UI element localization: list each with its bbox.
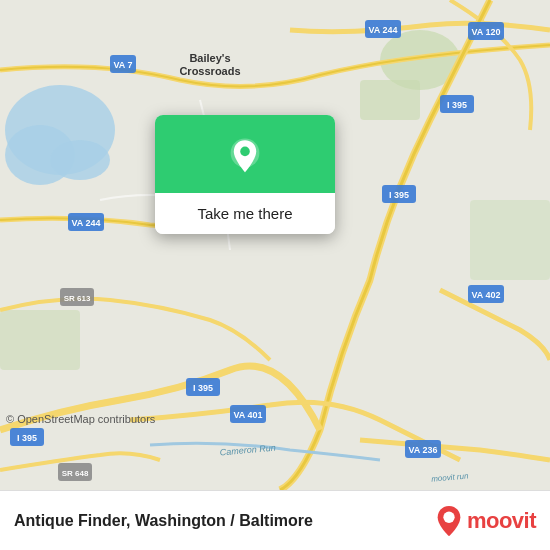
svg-text:I 395: I 395 <box>447 100 467 110</box>
svg-text:VA 120: VA 120 <box>471 27 500 37</box>
svg-text:VA 236: VA 236 <box>408 445 437 455</box>
svg-text:I 395: I 395 <box>389 190 409 200</box>
svg-text:Bailey's: Bailey's <box>189 52 230 64</box>
svg-point-3 <box>50 140 110 180</box>
svg-rect-7 <box>470 200 550 280</box>
svg-rect-5 <box>360 80 420 120</box>
popup-card: Take me there <box>155 115 335 234</box>
svg-text:VA 402: VA 402 <box>471 290 500 300</box>
app-title: Antique Finder, Washington / Baltimore <box>14 512 425 530</box>
svg-text:SR 648: SR 648 <box>62 469 89 478</box>
svg-text:I 395: I 395 <box>193 383 213 393</box>
moovit-pin-icon <box>435 504 463 538</box>
svg-text:SR 613: SR 613 <box>64 294 91 303</box>
svg-rect-6 <box>0 310 80 370</box>
map-container: VA 7 VA 244 VA 244 VA 120 I 395 I 395 I … <box>0 0 550 490</box>
svg-point-40 <box>240 147 250 157</box>
svg-text:VA 7: VA 7 <box>113 60 132 70</box>
copyright-text: © OpenStreetMap contributors <box>6 413 155 425</box>
svg-text:Crossroads: Crossroads <box>179 65 240 77</box>
popup-green-area <box>155 115 335 193</box>
svg-text:VA 244: VA 244 <box>368 25 397 35</box>
svg-point-41 <box>443 511 454 522</box>
popup-button-area[interactable]: Take me there <box>155 193 335 234</box>
bottom-bar: Antique Finder, Washington / Baltimore m… <box>0 490 550 550</box>
location-pin-icon <box>225 137 265 177</box>
moovit-logo: moovit <box>435 504 536 538</box>
moovit-brand-text: moovit <box>467 508 536 534</box>
svg-text:I 395: I 395 <box>17 433 37 443</box>
svg-text:VA 401: VA 401 <box>233 410 262 420</box>
svg-text:VA 244: VA 244 <box>71 218 100 228</box>
take-me-there-button[interactable]: Take me there <box>193 203 296 224</box>
